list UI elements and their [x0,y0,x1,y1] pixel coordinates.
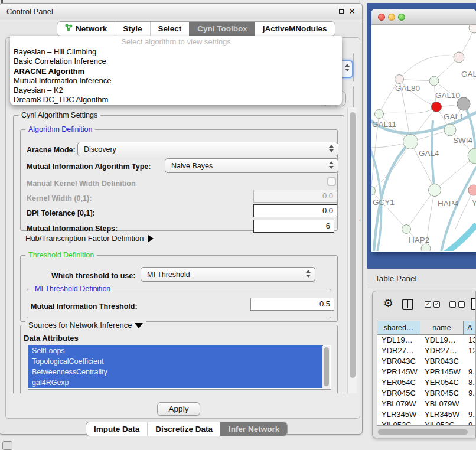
network-node[interactable] [468,185,476,195]
network-edge[interactable] [406,190,435,229]
tab-select[interactable]: Select [150,22,190,36]
scrollbar-thumb[interactable] [350,112,356,378]
tab-style[interactable]: Style [115,22,149,36]
column-header-shared-name[interactable]: shared… [377,321,420,334]
network-node-red[interactable] [432,102,442,112]
network-view-panel: GAL GAL80 GAL10 GAL1 GAL11 SWI4 GAL4 GCY… [367,3,476,269]
table-row[interactable]: YBL079WYBL079W [377,399,476,409]
dropdown-item[interactable]: Dream8 DC_TDC Algorithm [10,95,342,105]
network-node[interactable] [444,124,456,136]
close-traffic-light-icon[interactable] [378,14,385,21]
columns-icon[interactable] [402,299,413,310]
table-horizontal-scrollbar[interactable] [377,428,476,435]
table-row[interactable]: YIL052CYIL052C9. [377,420,476,425]
dpi-tolerance-input[interactable]: 0.0 [253,204,337,217]
network-edge[interactable] [441,167,476,251]
group-title: Cyni Algorithm Settings [18,111,100,120]
table-row[interactable]: YPR145WYPR145W9. [377,367,476,377]
dropdown-item[interactable]: Mutual Information Inference [10,76,342,86]
group-title: MI Threshold Definition [32,285,113,294]
aracne-mode-select[interactable]: Discovery [77,142,338,156]
table-row[interactable]: YBR043CYBR043C [377,356,476,367]
network-node-label: GAL80 [395,84,420,93]
which-threshold-select[interactable]: MI Threshold [141,267,315,282]
network-node[interactable] [395,75,404,84]
tab-infer-network[interactable]: Infer Network [220,422,287,436]
group-title: Threshold Definition [25,251,97,260]
table-panel-window: ⚙ ✓ ✓ shared… name A YDL19…YDL19…13 YDR2… [372,291,476,438]
table-row[interactable]: YDL19…YDL19…13 [377,335,476,345]
document-icon[interactable] [471,298,476,310]
tab-network[interactable]: Network [57,22,115,36]
tab-discretize-data[interactable]: Discretize Data [147,422,220,436]
table-row[interactable]: YER054CYER054C8. [377,377,476,388]
network-node[interactable] [375,110,384,119]
float-window-icon[interactable] [339,9,344,14]
panel-divider-handle[interactable]: ‹ [359,217,363,223]
mi-steps-input[interactable]: 6 [253,220,334,233]
tab-cyni-toolbox[interactable]: Cyni Toolbox [189,22,255,36]
minimize-traffic-light-icon[interactable] [388,14,395,21]
mi-threshold-label: Mutual Information Threshold: [31,302,138,311]
unchecked-checkbox-icon[interactable] [458,301,465,308]
list-scrollbar[interactable] [322,346,330,389]
close-icon[interactable]: ✕ [348,6,356,16]
list-item[interactable]: BetweennessCentrality [28,367,323,377]
network-window-titlebar[interactable] [371,9,476,25]
network-edge[interactable] [379,107,436,114]
column-header-cut[interactable]: A [464,321,476,334]
dropdown-item[interactable]: Bayesian – K2 [10,86,342,95]
network-edge[interactable] [399,79,434,81]
network-node-label: GAL11 [372,120,396,129]
mi-threshold-input[interactable]: 0.5 [250,298,334,311]
tab-network-label: Network [76,22,107,36]
network-node-label: HAP4 [438,199,459,208]
network-canvas[interactable]: GAL GAL80 GAL10 GAL1 GAL11 SWI4 GAL4 GCY… [371,25,476,251]
hub-transcription-factor-section[interactable]: Hub/Transcription Factor Definition [25,234,154,243]
tab-impute-data[interactable]: Impute Data [86,422,147,436]
dropdown-item[interactable]: Bayesian – Hill Climbing [10,47,342,57]
network-edge[interactable] [464,104,475,156]
manual-kernel-width-checkbox[interactable] [327,177,336,186]
table-body[interactable]: YDL19…YDL19…13 YDR27…YDR27…12 YBR043CYBR… [377,335,476,425]
list-item[interactable]: SelfLoops [28,345,323,356]
expanded-arrow-icon[interactable] [135,323,143,328]
table-row[interactable]: YLR345WYLR345W9. [377,409,476,420]
network-graph: GAL GAL80 GAL10 GAL1 GAL11 SWI4 GAL4 GCY… [371,25,476,251]
table-row[interactable]: YDR27…YDR27…12 [377,345,476,356]
unchecked-checkbox-icon[interactable] [449,301,456,308]
column-header-name[interactable]: name [420,321,464,334]
network-node[interactable] [454,52,464,63]
network-node[interactable] [403,135,418,149]
scrollbar-thumb[interactable] [378,429,468,435]
collapsed-arrow-icon[interactable] [148,235,154,242]
dropdown-item-selected[interactable]: ARACNE Algorithm [10,67,342,76]
data-attributes-label: Data Attributes [24,334,79,343]
network-node[interactable] [402,225,411,234]
checked-checkbox-icon[interactable]: ✓ [433,301,440,308]
network-edge[interactable] [435,156,475,190]
network-edge[interactable] [455,190,474,229]
tab-jactivemnodules[interactable]: jActiveMNodules [255,22,335,36]
list-item[interactable]: TopologicalCoefficient [28,356,323,367]
network-node-label: SWI4 [453,136,472,145]
network-edge[interactable] [399,56,459,79]
network-node[interactable] [469,25,476,33]
threshold-definition-group: Threshold Definition Which threshold to … [20,255,338,322]
minimized-panel-icon[interactable] [2,441,12,450]
list-item[interactable]: gal4RGexp [28,377,323,388]
gear-icon[interactable]: ⚙ [383,296,393,310]
network-node[interactable] [421,244,431,251]
apply-button[interactable]: Apply [157,402,200,416]
checked-checkbox-icon[interactable]: ✓ [425,301,431,308]
settings-scrollbar[interactable] [347,107,357,393]
dropdown-item[interactable]: Basic Correlation Inference [10,57,342,66]
data-attributes-list[interactable]: SelfLoops TopologicalCoefficient Between… [28,345,331,390]
network-node[interactable] [429,184,441,197]
control-panel-window: Control Panel ✕ Network Style Select Cyn… [0,3,363,435]
table-row[interactable]: YBR045CYBR045C9. [377,388,476,399]
zoom-traffic-light-icon[interactable] [398,14,405,21]
table-panel-title: Table Panel [375,269,417,288]
network-node[interactable] [429,76,439,86]
mi-algorithm-type-select[interactable]: Naive Bayes [165,158,338,173]
